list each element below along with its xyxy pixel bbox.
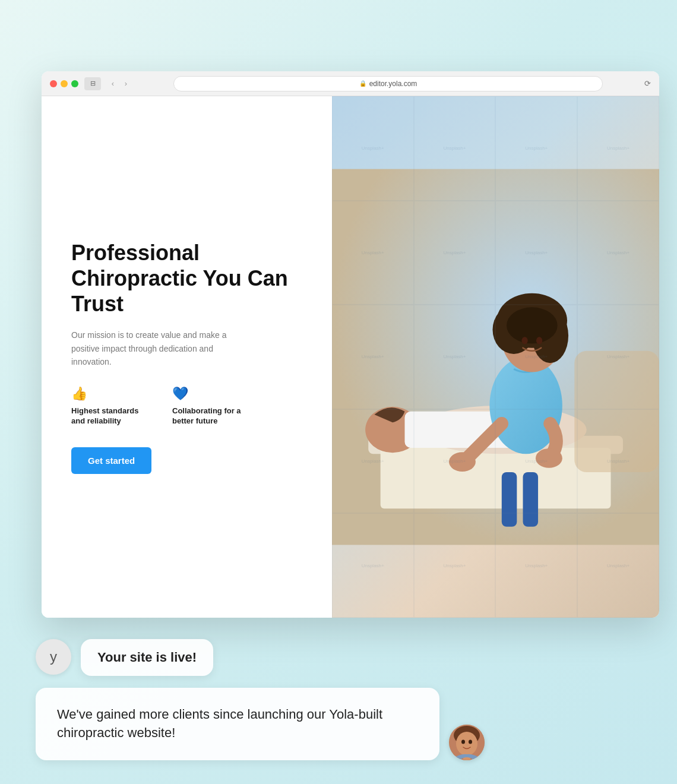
grid-cell: Unsplash+ — [332, 201, 414, 305]
feature-item-collaborate: 💙 Collaborating for a better future — [172, 386, 255, 426]
grid-cell: Unsplash+ — [495, 409, 577, 514]
website-content: Professional Chiropractic You Can Trust … — [42, 96, 659, 618]
grid-cell: Unsplash+ — [577, 96, 659, 201]
grid-cell: Unsplash+ — [577, 201, 659, 305]
feature-label-standards: Highest standards and reliability — [71, 406, 154, 426]
grid-cell: Unsplash+ — [332, 96, 414, 201]
close-button[interactable] — [50, 80, 57, 87]
minimize-button[interactable] — [61, 80, 68, 87]
grid-cell: Unsplash+ — [577, 409, 659, 514]
chat-bubble-live: Your site is live! — [81, 639, 213, 676]
nav-arrows: ‹ › — [107, 78, 132, 90]
traffic-lights — [50, 80, 78, 87]
heart-icon: 💙 — [172, 386, 255, 402]
hero-image-bg: Unsplash+ Unsplash+ Unsplash+ Unsplash+ … — [332, 96, 659, 618]
grid-cell: Unsplash+ — [332, 513, 414, 618]
hero-image: Unsplash+ Unsplash+ Unsplash+ Unsplash+ … — [332, 96, 659, 618]
hero-title: Professional Chiropractic You Can Trust — [71, 240, 302, 317]
grid-cell: Unsplash+ — [414, 513, 496, 618]
grid-cell: Unsplash+ — [495, 96, 577, 201]
get-started-button[interactable]: Get started — [71, 447, 151, 474]
site-live-text: Your site is live! — [97, 650, 197, 665]
hero-subtitle: Our mission is to create value and make … — [71, 328, 238, 368]
grid-cell: Unsplash+ — [414, 305, 496, 409]
chat-row-testimonial: We've gained more clients since launchin… — [36, 688, 653, 760]
grid-cell: Unsplash+ — [332, 409, 414, 514]
user-face-svg — [449, 725, 485, 760]
svg-point-24 — [469, 740, 472, 744]
yola-letter: y — [50, 649, 57, 665]
user-avatar — [449, 725, 485, 760]
grid-cell: Unsplash+ — [414, 96, 496, 201]
chat-bubble-testimonial: We've gained more clients since launchin… — [36, 688, 439, 760]
features-row: 👍 Highest standards and reliability 💙 Co… — [71, 386, 302, 426]
feature-item-standards: 👍 Highest standards and reliability — [71, 386, 154, 426]
grid-cell: Unsplash+ — [577, 513, 659, 618]
grid-cell: Unsplash+ — [332, 305, 414, 409]
grid-cell: Unsplash+ — [414, 201, 496, 305]
maximize-button[interactable] — [71, 80, 78, 87]
feature-label-collaborate: Collaborating for a better future — [172, 406, 255, 426]
chat-row-live: y Your site is live! — [36, 639, 653, 676]
svg-point-23 — [461, 740, 465, 744]
chat-section: y Your site is live! We've gained more c… — [36, 639, 653, 760]
url-text: editor.yola.com — [369, 80, 417, 88]
sidebar-toggle[interactable]: ⊟ — [84, 77, 101, 90]
back-button[interactable]: ‹ — [107, 78, 119, 90]
yola-avatar: y — [36, 639, 71, 675]
grid-cell: Unsplash+ — [495, 305, 577, 409]
thumbs-up-icon: 👍 — [71, 386, 154, 402]
lock-icon: 🔒 — [359, 80, 366, 87]
svg-point-22 — [456, 732, 477, 755]
grid-cell: Unsplash+ — [495, 201, 577, 305]
grid-cell: Unsplash+ — [495, 513, 577, 618]
hero-left: Professional Chiropractic You Can Trust … — [42, 96, 332, 618]
reload-button[interactable]: ⟳ — [644, 79, 651, 88]
forward-button[interactable]: › — [120, 78, 132, 90]
address-bar[interactable]: 🔒 editor.yola.com — [173, 76, 603, 91]
testimonial-text: We've gained more clients since launchin… — [57, 707, 382, 740]
browser-chrome: ⊟ ‹ › 🔒 editor.yola.com ⟳ — [42, 71, 659, 96]
grid-cell: Unsplash+ — [577, 305, 659, 409]
image-grid-overlay: Unsplash+ Unsplash+ Unsplash+ Unsplash+ … — [332, 96, 659, 618]
browser-window: ⊟ ‹ › 🔒 editor.yola.com ⟳ Professional C… — [42, 71, 659, 618]
grid-cell: Unsplash+ — [414, 409, 496, 514]
